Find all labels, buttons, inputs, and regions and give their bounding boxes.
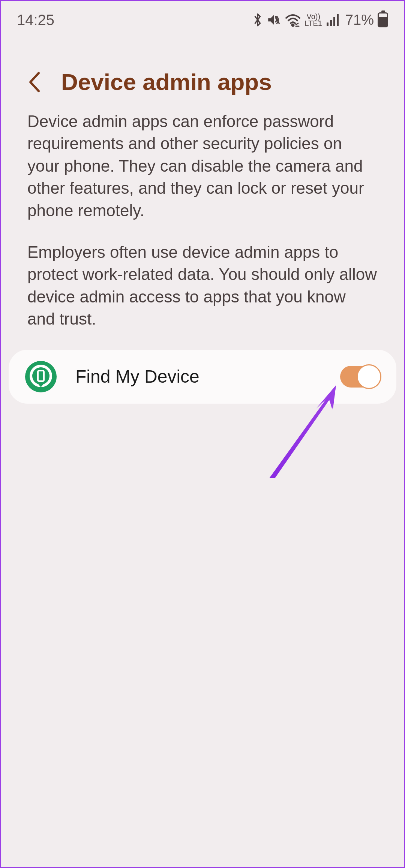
description-p1: Device admin apps can enforce password r… bbox=[27, 110, 378, 221]
volte-icon: Vo)) LTE1 bbox=[305, 13, 322, 27]
svg-point-7 bbox=[32, 367, 50, 385]
svg-rect-2 bbox=[327, 22, 328, 26]
description-block: Device admin apps can enforce password r… bbox=[1, 106, 404, 330]
status-bar: 14:25 Vo)) LTE1 71% bbox=[1, 1, 404, 35]
signal-icon bbox=[326, 13, 340, 27]
mute-icon bbox=[267, 13, 281, 27]
find-my-device-icon bbox=[24, 360, 57, 393]
app-row[interactable]: Find My Device bbox=[9, 350, 396, 404]
page-header: Device admin apps bbox=[1, 35, 404, 106]
back-button[interactable] bbox=[27, 71, 42, 93]
svg-rect-3 bbox=[330, 20, 332, 26]
app-label: Find My Device bbox=[75, 366, 322, 387]
wifi-icon bbox=[285, 13, 301, 27]
svg-rect-5 bbox=[337, 14, 339, 26]
page-title: Device admin apps bbox=[61, 69, 272, 95]
status-icons: Vo)) LTE1 71% bbox=[252, 12, 388, 28]
svg-point-1 bbox=[292, 24, 294, 26]
battery-icon bbox=[378, 12, 388, 27]
app-toggle[interactable] bbox=[340, 366, 381, 388]
svg-rect-4 bbox=[333, 17, 335, 26]
status-time: 14:25 bbox=[17, 12, 54, 28]
description-p2: Employers often use device admin apps to… bbox=[27, 241, 378, 330]
bluetooth-icon bbox=[252, 12, 263, 27]
battery-percent: 71% bbox=[345, 12, 374, 28]
